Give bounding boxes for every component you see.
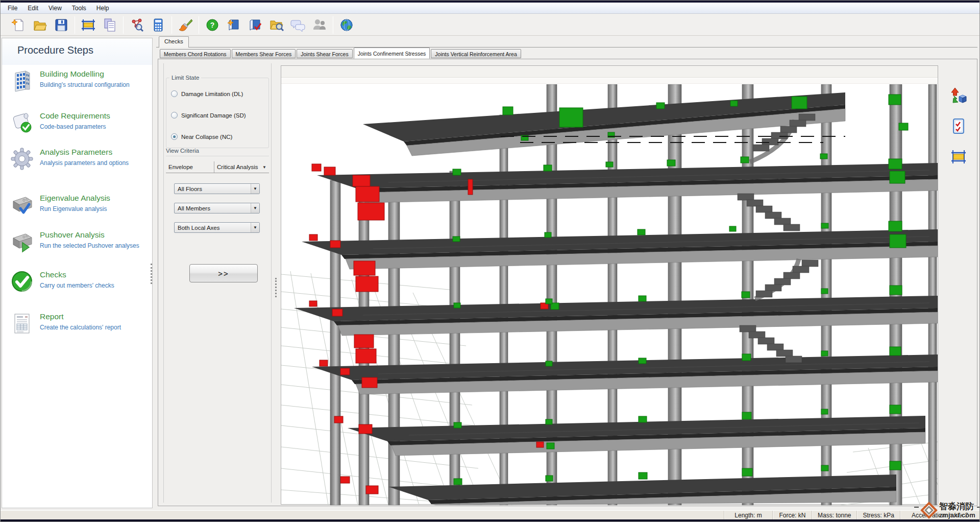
sidebar-item-building-modelling[interactable]: Building ModellingBuilding's structural … bbox=[10, 69, 146, 100]
procedure-steps-panel: Procedure Steps Building ModellingBuildi… bbox=[2, 38, 153, 508]
checks-content-panel: Limit State Damage Limitation (DL) Signi… bbox=[158, 59, 977, 506]
radio-label: Significant Damage (SD) bbox=[181, 112, 246, 118]
watermark-dash bbox=[914, 507, 919, 508]
tab-checks[interactable]: Checks bbox=[159, 36, 189, 48]
book-star-icon[interactable] bbox=[223, 15, 244, 35]
building-icon bbox=[10, 69, 34, 92]
step-title: Checks bbox=[40, 270, 114, 279]
checks-options-panel: Limit State Damage Limitation (DL) Signi… bbox=[163, 63, 272, 503]
radio-damage-limitation[interactable]: Damage Limitation (DL) bbox=[171, 90, 243, 97]
watermark-title: 智淼消防 bbox=[939, 502, 975, 511]
main-toolbar: ? bbox=[1, 14, 979, 36]
toolbar-separator bbox=[75, 16, 75, 34]
calculator-icon[interactable] bbox=[148, 15, 169, 35]
chevron-down-icon: ▼ bbox=[262, 165, 269, 170]
step-subtitle: Building's structural configuration bbox=[40, 81, 130, 88]
step-subtitle: Create the calculations' report bbox=[40, 324, 121, 331]
model-3d-viewport[interactable] bbox=[281, 65, 938, 505]
subtab-members-shear-forces[interactable]: Members Shear Forces bbox=[232, 49, 296, 58]
sidebar-item-code-requirements[interactable]: Code RequirementsCode-based parameters bbox=[10, 111, 146, 141]
radio-significant-damage[interactable]: Significant Damage (SD) bbox=[171, 112, 246, 118]
sidebar-item-report[interactable]: ReportCreate the calculations' report bbox=[10, 312, 146, 342]
orientation-axes-icon[interactable] bbox=[950, 87, 967, 104]
model-search-icon[interactable] bbox=[126, 15, 148, 35]
step-title: Code Requirements bbox=[40, 111, 110, 121]
sidebar-item-checks[interactable]: ChecksCarry out members' checks bbox=[10, 270, 146, 300]
globe-icon[interactable] bbox=[336, 15, 357, 35]
options-viewport-splitter-handle[interactable] bbox=[275, 278, 277, 297]
open-folder-icon[interactable] bbox=[29, 15, 51, 35]
structure-3d-view[interactable] bbox=[281, 84, 938, 505]
watermark-domain: zmjaxf.com bbox=[939, 512, 975, 518]
step-title: Report bbox=[40, 312, 121, 321]
speech-bubbles-icon[interactable] bbox=[287, 15, 309, 35]
menu-tools[interactable]: Tools bbox=[67, 3, 91, 13]
chevron-down-icon: ▼ bbox=[251, 203, 259, 213]
watermark-dash bbox=[977, 507, 980, 508]
tab-strip-divider bbox=[156, 47, 977, 48]
watermark-logo-icon bbox=[920, 502, 938, 519]
beam-section-icon[interactable] bbox=[78, 15, 99, 35]
menu-help[interactable]: Help bbox=[91, 3, 114, 13]
paintbrush-icon[interactable] bbox=[175, 15, 196, 35]
toolbar-separator bbox=[172, 16, 172, 34]
subtab-joints-confinement-stresses[interactable]: Joints Confinement Stresses bbox=[354, 48, 430, 59]
status-filler bbox=[1, 511, 724, 519]
step-subtitle: Run the selected Pushover analyses bbox=[40, 242, 139, 249]
gear-icon bbox=[10, 147, 34, 171]
menu-bar: File Edit View Tools Help bbox=[1, 3, 979, 14]
status-length-units: Length: m bbox=[724, 511, 773, 519]
radio-circle-icon[interactable] bbox=[171, 90, 178, 97]
axes-filter-value: Both Local Axes bbox=[175, 225, 251, 231]
step-subtitle: Code-based parameters bbox=[40, 123, 110, 130]
chevron-down-icon: ▼ bbox=[251, 223, 259, 232]
menu-view[interactable]: View bbox=[43, 3, 67, 13]
subtab-joints-shear-forces[interactable]: Joints Shear Forces bbox=[297, 49, 352, 58]
step-subtitle: Run Eigenvalue analysis bbox=[40, 205, 110, 212]
toolbar-separator bbox=[123, 16, 124, 34]
chip-check-icon bbox=[10, 193, 34, 217]
radio-label: Damage Limitation (DL) bbox=[181, 91, 243, 97]
envelope-value: Critical Analysis bbox=[214, 164, 262, 170]
status-bar: Length: m Force: kN Mass: tonne Stress: … bbox=[1, 510, 979, 519]
step-title: Analysis Parameters bbox=[40, 148, 129, 157]
floors-filter-value: All Floors bbox=[175, 186, 251, 192]
chip-play-icon bbox=[10, 230, 34, 253]
apply-view-button[interactable]: >> bbox=[189, 264, 258, 282]
sidebar-splitter-handle[interactable] bbox=[151, 264, 152, 284]
sidebar-title: Procedure Steps bbox=[17, 44, 93, 56]
beam-section-icon[interactable] bbox=[950, 148, 967, 165]
sidebar-item-pushover-analysis[interactable]: Pushover AnalysisRun the selected Pushov… bbox=[10, 230, 146, 260]
menu-file[interactable]: File bbox=[3, 3, 22, 13]
subtab-members-chord-rotations[interactable]: Members Chord Rotations bbox=[160, 49, 231, 58]
checks-subtab-strip: Members Chord Rotations Members Shear Fo… bbox=[160, 49, 522, 59]
toolbar-separator bbox=[333, 16, 333, 34]
subtab-joints-vertical-reinforcement-area[interactable]: Joints Vertical Reinforcement Area bbox=[431, 49, 521, 58]
radio-circle-icon[interactable] bbox=[171, 112, 178, 118]
check-circle-icon bbox=[10, 270, 34, 293]
sidebar-item-analysis-parameters[interactable]: Analysis ParametersAnalysis parameters a… bbox=[10, 147, 146, 178]
step-title: Eigenvalue Analysis bbox=[40, 194, 110, 203]
envelope-mode-select[interactable]: Envelope Critical Analysis ▼ bbox=[166, 161, 269, 173]
step-title: Pushover Analysis bbox=[40, 230, 139, 240]
viewport-header-strip bbox=[281, 66, 938, 78]
sidebar-item-eigenvalue-analysis[interactable]: Eigenvalue AnalysisRun Eigenvalue analys… bbox=[10, 193, 146, 224]
report-document-icon[interactable] bbox=[99, 15, 120, 35]
folder-search-icon[interactable] bbox=[266, 15, 287, 35]
new-file-icon[interactable] bbox=[8, 15, 29, 35]
checklist-icon[interactable] bbox=[950, 117, 967, 135]
book-check-icon[interactable] bbox=[244, 15, 266, 35]
save-icon[interactable] bbox=[51, 15, 72, 35]
window-bottom-edge bbox=[1, 519, 979, 521]
users-disabled-icon[interactable] bbox=[309, 15, 330, 35]
radio-circle-selected-icon[interactable] bbox=[171, 133, 178, 140]
members-filter-select[interactable]: All Members ▼ bbox=[174, 203, 260, 213]
application-window: File Edit View Tools Help bbox=[0, 0, 980, 522]
floors-filter-select[interactable]: All Floors ▼ bbox=[174, 183, 260, 194]
report-page-icon bbox=[10, 312, 34, 335]
menu-edit[interactable]: Edit bbox=[22, 3, 43, 13]
radio-near-collapse[interactable]: Near Collapse (NC) bbox=[171, 133, 232, 140]
help-icon[interactable]: ? bbox=[202, 15, 223, 35]
axes-filter-select[interactable]: Both Local Axes ▼ bbox=[174, 222, 260, 233]
scroll-check-icon bbox=[10, 111, 34, 134]
